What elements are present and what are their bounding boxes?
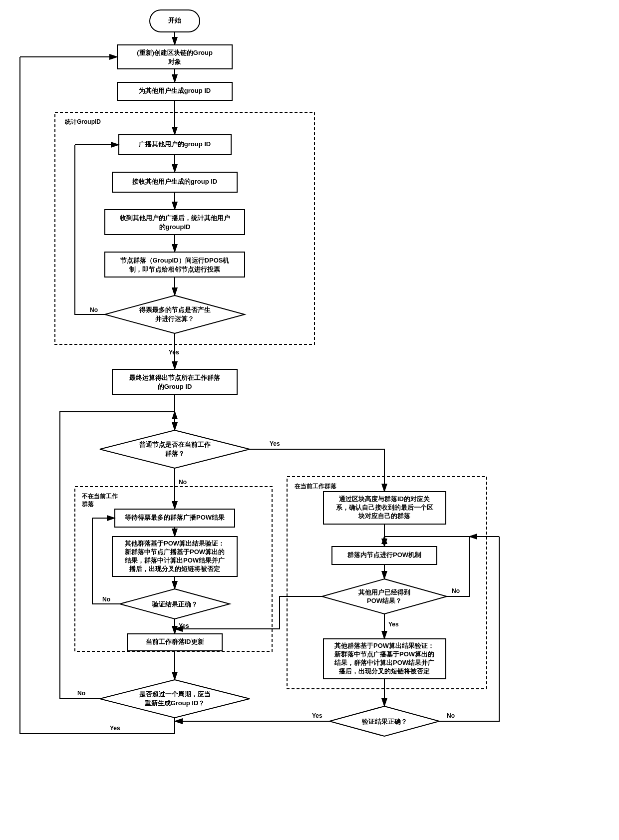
svg-text:验证结果正确？: 验证结果正确？ — [152, 600, 198, 608]
svg-text:统计GroupID: 统计GroupID — [64, 118, 101, 125]
svg-text:不在当前工作: 不在当前工作 — [81, 493, 118, 500]
svg-text:其他群落基于POW算出结果验证：: 其他群落基于POW算出结果验证： — [124, 540, 225, 547]
svg-text:块对应自己的群落: 块对应自己的群落 — [358, 512, 411, 520]
svg-text:其他用户已经得到: 其他用户已经得到 — [358, 588, 410, 596]
svg-text:群落内节点进行POW机制: 群落内节点进行POW机制 — [347, 551, 421, 559]
svg-text:No: No — [90, 306, 98, 313]
svg-text:得票最多的节点是否产生: 得票最多的节点是否产生 — [139, 306, 211, 313]
svg-text:最终运算得出节点所在工作群落: 最终运算得出节点所在工作群落 — [129, 374, 221, 381]
svg-text:验证结果正确？: 验证结果正确？ — [361, 718, 407, 725]
svg-text:普通节点是否在当前工作: 普通节点是否在当前工作 — [139, 441, 211, 448]
svg-text:系，确认自己接收到的最后一个区: 系，确认自己接收到的最后一个区 — [335, 504, 433, 511]
svg-text:是否超过一个周期，应当: 是否超过一个周期，应当 — [139, 690, 211, 698]
svg-text:节点群落（GroupID）间运行DPOS机: 节点群落（GroupID）间运行DPOS机 — [120, 257, 230, 264]
svg-text:Yes: Yes — [270, 440, 280, 447]
svg-text:的Group ID: 的Group ID — [158, 383, 192, 390]
svg-text:广播其他用户的group ID: 广播其他用户的group ID — [138, 140, 211, 148]
svg-text:制，即节点给相邻节点进行投票: 制，即节点给相邻节点进行投票 — [129, 266, 220, 273]
svg-text:Yes: Yes — [388, 621, 399, 628]
start-label: 开始 — [168, 16, 182, 24]
svg-text:No: No — [179, 479, 187, 486]
svg-text:结果，群落中计算出POW结果并广: 结果，群落中计算出POW结果并广 — [124, 557, 225, 564]
svg-text:当前工作群落ID更新: 当前工作群落ID更新 — [146, 638, 204, 645]
svg-text:对象: 对象 — [168, 58, 181, 65]
dpos-box — [105, 252, 245, 277]
svg-text:No: No — [447, 712, 455, 719]
svg-text:播后，出现分叉的短链将被否定: 播后，出现分叉的短链将被否定 — [129, 565, 220, 572]
stat-box — [105, 210, 245, 235]
svg-text:重新生成Group ID？: 重新生成Group ID？ — [144, 699, 205, 707]
svg-text:播后，出现分叉的短链将被否定: 播后，出现分叉的短链将被否定 — [338, 667, 430, 675]
svg-text:新群落中节点广播基于POW算出的: 新群落中节点广播基于POW算出的 — [124, 548, 225, 556]
svg-text:Yes: Yes — [312, 712, 322, 719]
svg-text:通过区块高度与群落ID的对应关: 通过区块高度与群落ID的对应关 — [338, 495, 430, 503]
svg-text:等待得票最多的群落广播POW结果: 等待得票最多的群落广播POW结果 — [124, 514, 225, 521]
svg-text:收到其他用户的广播后，统计其他用户: 收到其他用户的广播后，统计其他用户 — [120, 214, 230, 222]
svg-text:No: No — [77, 690, 85, 697]
final-groupid-box — [112, 369, 237, 394]
svg-text:(重新)创建区块链的Group: (重新)创建区块链的Group — [137, 49, 213, 56]
svg-text:结果，群落中计算出POW结果并广: 结果，群落中计算出POW结果并广 — [334, 659, 434, 666]
svg-text:POW结果？: POW结果？ — [367, 597, 402, 604]
flowchart: 开始 (重新)创建区块链的Group 对象 为其他用户生成group ID 统计… — [0, 0, 619, 840]
svg-text:No: No — [452, 587, 460, 594]
decision-cycle — [100, 680, 250, 718]
decision-topvote — [105, 295, 245, 333]
svg-text:群落？: 群落？ — [165, 450, 185, 457]
svg-text:并进行运算？: 并进行运算？ — [155, 315, 194, 322]
svg-text:的groupID: 的groupID — [159, 223, 191, 231]
decision-pow-got — [322, 579, 447, 614]
svg-text:在当前工作群落: 在当前工作群落 — [294, 483, 337, 490]
svg-text:接收其他用户生成的group ID: 接收其他用户生成的group ID — [132, 178, 217, 185]
svg-text:新群落中节点广播基于POW算出的: 新群落中节点广播基于POW算出的 — [334, 650, 434, 658]
svg-text:其他群落基于POW算出结果验证：: 其他群落基于POW算出结果验证： — [334, 642, 434, 649]
decision-in-cluster — [100, 430, 250, 468]
svg-text:Yes: Yes — [179, 622, 189, 629]
svg-text:Yes: Yes — [169, 349, 179, 356]
svg-text:Yes: Yes — [110, 725, 120, 732]
svg-text:为其他用户生成group ID: 为其他用户生成group ID — [139, 87, 211, 94]
svg-text:No: No — [102, 596, 110, 603]
svg-text:群落: 群落 — [81, 501, 94, 508]
